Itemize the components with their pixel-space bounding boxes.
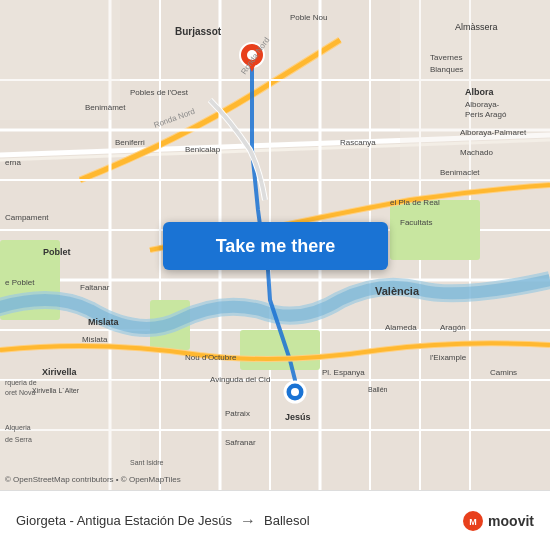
svg-text:oret Nova: oret Nova [5,389,35,396]
svg-text:Aragón: Aragón [440,323,466,332]
svg-rect-20 [390,200,480,260]
moovit-icon: M [462,510,484,532]
take-me-there-button[interactable]: Take me there [163,222,388,270]
svg-text:Safranar: Safranar [225,438,256,447]
svg-text:Mislata: Mislata [88,317,120,327]
svg-text:Avinguda del Cid: Avinguda del Cid [210,375,270,384]
svg-text:Xirivella L´Alter: Xirivella L´Alter [32,387,80,394]
svg-text:erna: erna [5,158,22,167]
arrow-icon: → [240,512,256,530]
svg-text:rqueria de: rqueria de [5,379,37,387]
svg-text:Benicalap: Benicalap [185,145,221,154]
svg-text:el Pla de Real: el Pla de Real [390,198,440,207]
svg-text:Machado: Machado [460,148,493,157]
svg-text:Faltanar: Faltanar [80,283,110,292]
bottom-bar: Giorgeta - Antigua Estación De Jesús → B… [0,490,550,550]
svg-text:de Serra: de Serra [5,436,32,443]
svg-text:Sant Isidre: Sant Isidre [130,459,164,466]
svg-text:Rascanya: Rascanya [340,138,376,147]
from-label: Giorgeta - Antigua Estación De Jesús [16,513,232,528]
moovit-text: moovit [488,513,534,529]
svg-text:Ballén: Ballén [368,386,388,393]
svg-text:Blanques: Blanques [430,65,463,74]
svg-text:Alboraya-Palmaret: Alboraya-Palmaret [460,128,527,137]
svg-text:Tavernes: Tavernes [430,53,462,62]
svg-text:València: València [375,285,420,297]
svg-text:Almàssera: Almàssera [455,22,498,32]
svg-text:Poble Nou: Poble Nou [290,13,327,22]
map-container: Burjassot Benimàmet Pobles de l'Oest Ben… [0,0,550,490]
svg-text:Benimàmet: Benimàmet [85,103,126,112]
svg-text:Poblet: Poblet [43,247,71,257]
svg-text:Benimaclet: Benimaclet [440,168,480,177]
svg-text:Camins: Camins [490,368,517,377]
svg-text:Pl. Espanya: Pl. Espanya [322,368,365,377]
moovit-logo-area: M moovit [462,510,534,532]
svg-text:Peris Aragó: Peris Aragó [465,110,507,119]
svg-text:© OpenStreetMap contributors •: © OpenStreetMap contributors • © OpenMap… [5,475,181,484]
svg-text:Alqueria: Alqueria [5,424,31,432]
svg-text:Xirivella: Xirivella [42,367,78,377]
svg-text:Patraix: Patraix [225,409,250,418]
to-label: Ballesol [264,513,310,528]
route-info: Giorgeta - Antigua Estación De Jesús → B… [16,512,462,530]
svg-text:Jesús: Jesús [285,412,311,422]
svg-text:Beniferri: Beniferri [115,138,145,147]
svg-text:Pobles de l'Oest: Pobles de l'Oest [130,88,189,97]
svg-text:Nou d'Octubre: Nou d'Octubre [185,353,237,362]
svg-text:Albora: Albora [465,87,494,97]
svg-text:Burjassot: Burjassot [175,26,222,37]
svg-text:e Poblet: e Poblet [5,278,35,287]
svg-rect-23 [0,0,120,120]
svg-text:Facultats: Facultats [400,218,432,227]
svg-text:Campament: Campament [5,213,49,222]
svg-text:Alameda: Alameda [385,323,417,332]
svg-rect-25 [0,380,140,490]
svg-text:Alboraya-: Alboraya- [465,100,500,109]
svg-text:M: M [469,517,477,527]
svg-text:Mislata: Mislata [82,335,108,344]
svg-text:l'Eixample: l'Eixample [430,353,467,362]
svg-point-30 [291,388,299,396]
